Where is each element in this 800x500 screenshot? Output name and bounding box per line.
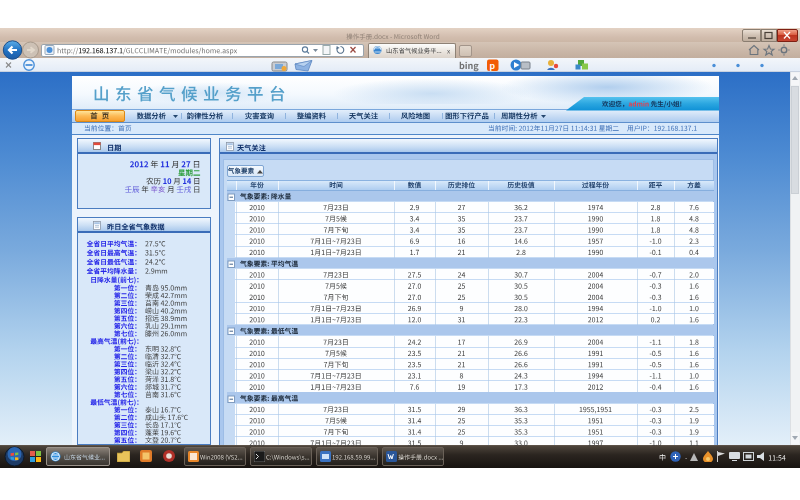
svg-text:p: p bbox=[490, 61, 496, 71]
